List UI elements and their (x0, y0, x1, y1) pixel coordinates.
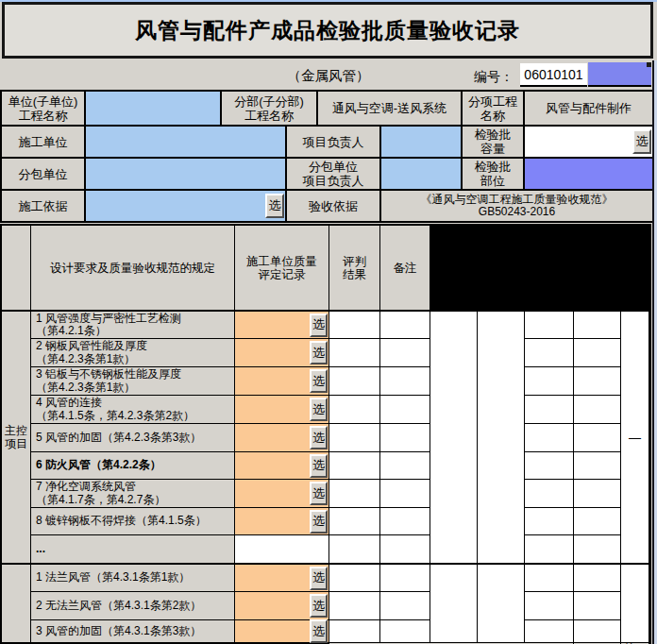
unqualified-qty-cell[interactable] (525, 396, 573, 423)
unqualified-qty-cell[interactable] (525, 592, 573, 619)
record-select-button[interactable]: 选 (310, 619, 328, 643)
item-product-qty-cell[interactable] (329, 480, 379, 507)
contractor-record-input[interactable]: 选 (235, 452, 328, 479)
contractor-record-input[interactable]: 选 (235, 620, 328, 642)
item-sample-qty-cell[interactable] (380, 339, 430, 366)
record-select-button[interactable]: 选 (310, 341, 328, 364)
selected-cell-highlight[interactable] (588, 62, 651, 87)
judgement-cell[interactable] (574, 535, 620, 563)
item-sample-qty-cell[interactable] (380, 508, 430, 534)
project-leader-input[interactable] (381, 127, 461, 157)
section1-sample-total-cell[interactable] (478, 311, 524, 563)
contractor-record-input[interactable]: 选 (235, 592, 328, 619)
subcontract-leader-input[interactable] (381, 159, 461, 189)
acceptance-basis-label: 验收依据 (287, 191, 379, 221)
serial-number-cell[interactable]: 06010101 (520, 63, 587, 87)
batch-part-label: 检验批 部位 (463, 159, 523, 189)
batch-capacity-select-button[interactable]: 选 (632, 129, 651, 154)
judgement-cell[interactable] (574, 620, 620, 642)
construction-basis-select-button[interactable]: 选 (265, 194, 284, 218)
item-sample-qty-cell[interactable] (380, 480, 430, 507)
judgement-cell[interactable] (574, 367, 620, 395)
judgement-cell[interactable] (574, 396, 620, 423)
record-select-button[interactable]: 选 (310, 482, 328, 505)
unqualified-qty-cell[interactable] (525, 339, 573, 366)
record-select-button[interactable]: 选 (310, 369, 328, 393)
construction-basis-input[interactable]: 选 (86, 191, 285, 221)
section2-remark-cell[interactable] (621, 564, 649, 642)
unqualified-qty-cell[interactable] (525, 452, 573, 479)
item-sample-qty-cell[interactable] (380, 367, 430, 395)
record-select-button[interactable]: 选 (310, 314, 328, 337)
batch-capacity-input[interactable]: 选 (525, 127, 652, 157)
contractor-record-input[interactable]: 选 (235, 339, 328, 366)
contractor-record-input[interactable]: 选 (235, 564, 328, 591)
unqualified-qty-cell[interactable] (525, 535, 573, 563)
judgement-cell[interactable] (574, 592, 620, 619)
item-sample-qty-cell[interactable] (380, 452, 430, 479)
item-product-qty-cell[interactable] (329, 564, 379, 591)
contractor-record-input[interactable]: 选 (235, 311, 328, 338)
unqualified-qty-cell[interactable] (525, 564, 573, 591)
record-select-button[interactable]: 选 (310, 510, 328, 534)
judgement-cell[interactable] (574, 339, 620, 366)
item-product-qty-cell[interactable] (329, 592, 379, 619)
judgement-cell[interactable] (574, 452, 620, 479)
item-name-label: 分项工程 名称 (463, 92, 523, 125)
section2-sample-total-cell[interactable] (478, 564, 524, 642)
contractor-record-input[interactable]: 选 (235, 367, 328, 395)
item-sample-qty-cell[interactable] (380, 620, 430, 642)
item-sample-qty-cell[interactable] (380, 564, 430, 591)
batch-part-input[interactable] (525, 159, 652, 189)
section2-batch-total-cell[interactable] (430, 564, 477, 642)
judgement-cell[interactable] (574, 564, 620, 591)
contractor-record-input[interactable]: 选 (235, 396, 328, 423)
unqualified-qty-cell[interactable] (525, 424, 573, 451)
subdivision-name-value: 通风与空调-送风系统 (318, 92, 461, 125)
judgement-cell[interactable] (574, 311, 620, 338)
record-select-button[interactable]: 选 (310, 398, 328, 421)
item-product-qty-cell[interactable] (329, 620, 379, 642)
subdivision-name-label: 分部(子分部) 工程名称 (222, 92, 316, 125)
selection-handle[interactable] (647, 62, 651, 67)
unqualified-qty-cell[interactable] (525, 508, 573, 534)
item-row-label: 8 镀锌钢板不得焊接（第4.1.5条） (31, 508, 234, 534)
contractor-record-cell[interactable] (235, 535, 328, 563)
unqualified-qty-cell[interactable] (525, 367, 573, 395)
item-product-qty-cell[interactable] (329, 339, 379, 366)
section1-batch-total-cell[interactable] (430, 311, 477, 563)
record-select-button[interactable]: 选 (310, 454, 328, 478)
construction-unit-input[interactable] (86, 127, 285, 157)
unit-name-input[interactable] (86, 92, 220, 125)
contractor-record-input[interactable]: 选 (235, 480, 328, 507)
item-product-qty-cell[interactable] (329, 535, 379, 563)
unqualified-qty-cell[interactable] (525, 311, 573, 338)
judgement-cell[interactable] (574, 424, 620, 451)
judgement-cell[interactable] (574, 480, 620, 507)
record-select-button[interactable]: 选 (310, 594, 328, 618)
item-sample-qty-cell[interactable] (380, 535, 430, 563)
item-row-label: 2 无法兰风管（第4.3.1条第2款） (31, 592, 234, 619)
item-product-qty-cell[interactable] (329, 311, 379, 338)
item-sample-qty-cell[interactable] (380, 311, 430, 338)
acceptance-basis-value: 《通风与空调工程施工质量验收规范》 GB50243-2016 (381, 191, 652, 221)
item-sample-qty-cell[interactable] (380, 424, 430, 451)
unqualified-qty-cell[interactable] (525, 620, 573, 642)
record-select-button[interactable]: 选 (310, 567, 328, 590)
contractor-record-input[interactable]: 选 (235, 424, 328, 451)
item-sample-qty-cell[interactable] (380, 592, 430, 619)
item-product-qty-cell[interactable] (329, 452, 379, 479)
item-product-qty-cell[interactable] (329, 396, 379, 423)
item-name-value: 风管与配件制作 (525, 92, 652, 125)
item-product-qty-cell[interactable] (329, 508, 379, 534)
item-product-qty-cell[interactable] (329, 367, 379, 395)
unqualified-qty-cell[interactable] (525, 480, 573, 507)
subcontract-unit-input[interactable] (86, 159, 285, 189)
item-product-qty-cell[interactable] (329, 424, 379, 451)
contractor-record-input[interactable]: 选 (235, 508, 328, 534)
header-requirements: 设计要求及质量验收规范的规定 (31, 226, 234, 310)
section1-remark-cell[interactable]: — (621, 311, 649, 563)
judgement-cell[interactable] (574, 508, 620, 534)
record-select-button[interactable]: 选 (310, 426, 328, 449)
item-sample-qty-cell[interactable] (380, 396, 430, 423)
